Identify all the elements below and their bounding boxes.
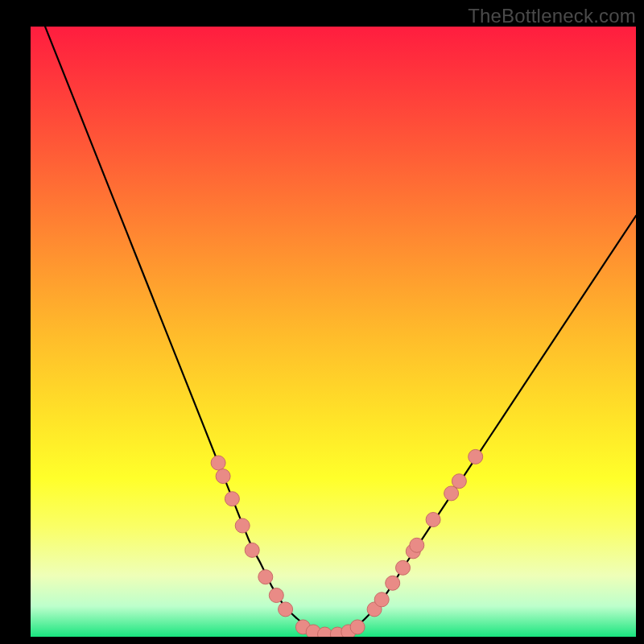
highlight-dot bbox=[426, 513, 440, 527]
chart-svg bbox=[31, 27, 636, 637]
highlight-dot bbox=[225, 492, 239, 506]
highlight-dot bbox=[396, 560, 411, 575]
highlight-dot bbox=[258, 570, 273, 584]
highlight-dot bbox=[235, 518, 250, 533]
highlight-dot bbox=[452, 474, 466, 489]
bottleneck-curve bbox=[31, 27, 636, 635]
chart-frame: TheBottleneck.com bbox=[0, 0, 644, 644]
highlight-dots bbox=[211, 449, 483, 637]
highlight-dot bbox=[245, 543, 259, 557]
highlight-dot bbox=[374, 592, 389, 607]
highlight-dot bbox=[469, 449, 483, 464]
highlight-dot bbox=[386, 576, 400, 590]
plot-area bbox=[31, 27, 636, 637]
highlight-dot bbox=[410, 538, 424, 552]
highlight-dot bbox=[216, 469, 230, 484]
highlight-dot bbox=[211, 456, 225, 470]
highlight-dot bbox=[444, 486, 459, 501]
watermark-text: TheBottleneck.com bbox=[468, 5, 636, 27]
highlight-dot bbox=[350, 620, 365, 634]
highlight-dot bbox=[269, 588, 283, 603]
highlight-dot bbox=[279, 602, 293, 617]
